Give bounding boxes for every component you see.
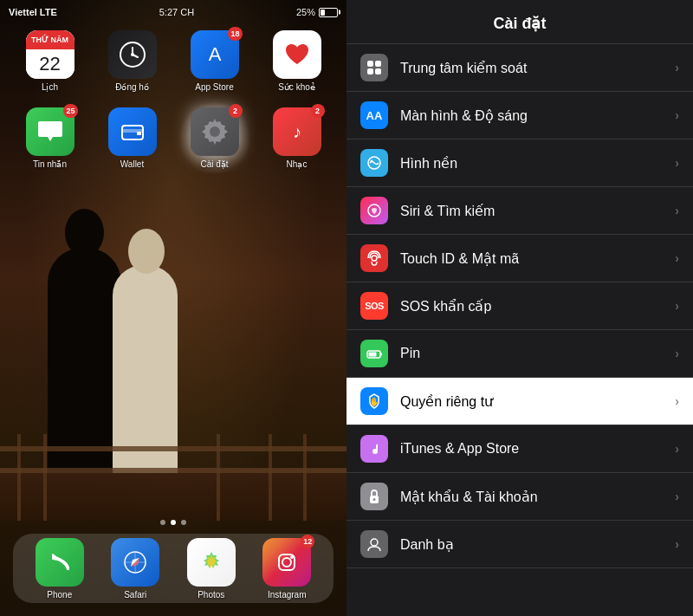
svg-rect-20 [367, 61, 373, 67]
settings-badge: 2 [229, 104, 243, 118]
app-wallet[interactable]: Wallet [101, 107, 164, 169]
svg-point-16 [208, 559, 215, 566]
safari-label: Safari [124, 590, 146, 600]
wallpaper-icon [360, 149, 388, 177]
accounts-icon [360, 483, 388, 510]
settings-item-wallpaper[interactable]: Hình nền › [346, 139, 693, 187]
svg-point-18 [282, 558, 291, 567]
sos-label: SOS khẩn cấp [400, 298, 675, 314]
instagram-icon: 12 [262, 538, 311, 587]
itunes-icon [360, 435, 388, 463]
app-grid: THỨ NĂM 22 Lịch Đồng hồ [9, 30, 338, 185]
carrier-label: Viettel LTE [9, 7, 57, 17]
itunes-chevron: › [675, 442, 679, 456]
control-center-chevron: › [675, 61, 679, 75]
siri-icon [360, 197, 388, 224]
dock: Phone Safari Pho [13, 534, 334, 603]
phone-icon [36, 538, 84, 587]
appstore-label: App Store [195, 82, 233, 92]
settings-icon: 2 [191, 107, 239, 156]
display-icon: AA [360, 101, 388, 129]
settings-list: Trung tâm kiểm soát › AA Màn hình & Độ s… [346, 44, 693, 616]
instagram-label: Instagram [268, 590, 306, 600]
settings-item-control-center[interactable]: Trung tâm kiểm soát › [346, 44, 693, 92]
settings-label: Cài đặt [200, 159, 228, 169]
svg-text:AA: AA [366, 109, 383, 122]
calendar-label: Lịch [42, 82, 58, 92]
privacy-label: Quyền riêng tư [400, 393, 675, 410]
app-health[interactable]: Sức khoẻ [266, 30, 328, 92]
settings-item-accounts[interactable]: Mật khẩu & Tài khoản › [346, 473, 693, 521]
settings-panel: Cài đặt Trung tâm kiểm soát › AA [346, 0, 693, 616]
clock-icon [108, 30, 157, 79]
svg-point-26 [371, 160, 373, 163]
battery-chevron: › [675, 347, 679, 360]
app-row-1: THỨ NĂM 22 Lịch Đồng hồ [9, 30, 338, 92]
svg-point-9 [210, 126, 220, 137]
svg-point-19 [290, 555, 294, 559]
display-chevron: › [675, 108, 679, 122]
settings-item-touchid[interactable]: Touch ID & Mật mã › [346, 235, 693, 282]
health-label: Sức khoẻ [278, 82, 315, 92]
time-label: 5:27 CH [159, 7, 194, 17]
contacts-label: Danh bạ [400, 536, 675, 553]
dot-3 [181, 520, 186, 525]
svg-point-3 [131, 53, 134, 56]
appstore-icon: A 18 [191, 30, 239, 79]
display-label: Màn hình & Độ sáng [400, 107, 675, 124]
settings-item-itunes[interactable]: iTunes & App Store › [346, 425, 693, 473]
settings-item-display[interactable]: AA Màn hình & Độ sáng › [346, 92, 693, 139]
wallet-icon [108, 107, 157, 156]
app-appstore[interactable]: A 18 App Store [184, 30, 246, 92]
svg-rect-30 [369, 353, 377, 357]
settings-header: Cài đặt [346, 0, 693, 44]
touchid-icon [360, 244, 388, 272]
settings-item-sos[interactable]: SOS SOS khẩn cấp › [346, 282, 693, 330]
instagram-badge: 12 [301, 535, 314, 548]
wallet-label: Wallet [120, 159, 144, 169]
safari-icon [111, 538, 159, 587]
itunes-label: iTunes & App Store [400, 441, 675, 457]
sos-chevron: › [675, 299, 679, 313]
appstore-badge: 18 [228, 27, 242, 41]
settings-item-siri[interactable]: Siri & Tìm kiếm › [346, 187, 693, 235]
page-dots [0, 520, 346, 525]
dock-safari[interactable]: Safari [104, 538, 166, 600]
settings-item-contacts[interactable]: Danh bạ › [346, 521, 693, 568]
dock-phone[interactable]: Phone [29, 538, 91, 600]
settings-item-battery[interactable]: Pin › [346, 330, 693, 378]
settings-title: Cài đặt [493, 15, 546, 32]
battery-percent: 25% [296, 7, 315, 17]
app-messages[interactable]: 25 Tin nhắn [19, 107, 81, 169]
touchid-label: Touch ID & Mật mã [400, 250, 675, 267]
music-badge: 2 [311, 104, 325, 118]
clock-label: Đồng hồ [115, 82, 149, 92]
contacts-icon [360, 530, 388, 558]
app-music[interactable]: ♪ 2 Nhạc [266, 107, 328, 169]
messages-icon: 25 [26, 107, 74, 156]
battery-fill [321, 10, 325, 16]
privacy-chevron: › [675, 394, 679, 408]
dock-photos[interactable]: Photos [180, 538, 243, 600]
dock-instagram[interactable]: 12 Instagram [256, 538, 318, 600]
contacts-chevron: › [675, 537, 679, 551]
svg-point-35 [371, 539, 378, 546]
svg-rect-22 [367, 68, 373, 75]
app-clock[interactable]: Đồng hồ [101, 30, 164, 92]
settings-item-privacy[interactable]: ✋ Quyền riêng tư › [346, 378, 693, 425]
battery-label: Pin [400, 346, 675, 361]
svg-rect-7 [137, 132, 141, 135]
music-label: Nhạc [287, 159, 308, 169]
svg-point-28 [372, 256, 377, 261]
phone-label: Phone [47, 590, 72, 600]
app-calendar[interactable]: THỨ NĂM 22 Lịch [19, 30, 81, 92]
control-center-label: Trung tâm kiểm soát [400, 60, 675, 76]
photos-icon [187, 538, 236, 587]
app-settings[interactable]: 2 Cài đặt [184, 107, 246, 169]
health-icon [273, 30, 321, 79]
photos-label: Photos [198, 590, 224, 600]
svg-text:♪: ♪ [293, 122, 301, 141]
dot-1 [160, 520, 165, 525]
siri-label: Siri & Tìm kiếm [400, 203, 675, 219]
svg-text:A: A [208, 43, 221, 65]
